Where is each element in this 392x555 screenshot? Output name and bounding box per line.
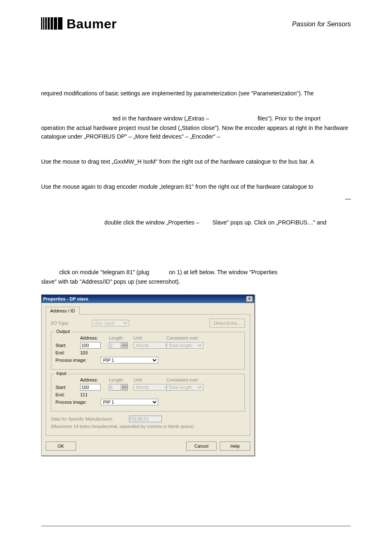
input-unit-select: Words bbox=[134, 384, 171, 391]
io-type-select: Out- input bbox=[92, 320, 129, 326]
input-group-title: Input bbox=[55, 371, 68, 376]
output-hdr-length: Length: bbox=[109, 335, 129, 340]
paragraph-5: Use the mouse again to drag encoder modu… bbox=[41, 183, 351, 191]
paragraph-2a: ted in the hardware window („Extras – bbox=[113, 115, 209, 122]
spinner-icon: ▲▼ bbox=[122, 384, 128, 391]
tab-address-id[interactable]: Address / ID bbox=[46, 307, 80, 314]
cancel-button[interactable]: Cancel bbox=[186, 442, 217, 451]
input-end-value: 111 bbox=[80, 392, 105, 397]
paragraph-6a: double click the window „Properties – bbox=[104, 219, 199, 226]
direct-entry-button: Direct Entry... bbox=[210, 319, 245, 328]
help-button[interactable]: Help bbox=[220, 442, 250, 451]
input-hdr-address: Address: bbox=[80, 377, 105, 382]
input-group: Input Address: Length: Unit: Consistent … bbox=[51, 374, 245, 412]
input-process-image-select[interactable]: PIP 1 bbox=[101, 399, 158, 405]
dialog-title: Properties - DP slave bbox=[43, 296, 88, 301]
output-hdr-address: Address: bbox=[80, 335, 105, 340]
dash-line: — bbox=[41, 195, 351, 202]
paragraph-1: required modifications of basic settings… bbox=[41, 89, 351, 98]
output-length-input bbox=[109, 342, 121, 349]
dialog-titlebar[interactable]: Properties - DP slave × bbox=[42, 295, 254, 303]
paragraph-7b: on 1) at left below. The window "Propert… bbox=[169, 269, 278, 275]
paragraph-6: double click the window „Properties – Sl… bbox=[41, 218, 351, 227]
svg-rect-7 bbox=[58, 17, 62, 30]
paragraph-6b: Slave" pops up. Click on „PROFIBUS…" and bbox=[212, 219, 327, 226]
brand-tagline: Passion for Sensors bbox=[292, 21, 351, 28]
svg-rect-4 bbox=[48, 17, 50, 30]
output-end-value: 103 bbox=[80, 350, 105, 355]
logo-text: Baumer bbox=[67, 16, 117, 32]
mfr-data-note: (Maximum 14 bytes hexadecimal, separated… bbox=[51, 424, 245, 429]
input-length-input bbox=[109, 384, 121, 391]
input-end-label: End: bbox=[55, 392, 76, 397]
output-consistent-select: Total length bbox=[166, 342, 203, 349]
brand-logo: Baumer bbox=[41, 16, 117, 32]
svg-rect-5 bbox=[51, 17, 53, 30]
input-consistent-select: Total length bbox=[166, 384, 203, 391]
svg-rect-1 bbox=[41, 17, 42, 30]
paragraph-4: Use the mouse to drag text „GxxMW_H IsoM… bbox=[41, 157, 351, 166]
svg-rect-6 bbox=[54, 17, 57, 30]
output-process-image-label: Process image: bbox=[55, 358, 97, 363]
input-start-input[interactable] bbox=[80, 384, 101, 391]
paragraph-8: slave" with tab "Address/ID" pops up (se… bbox=[41, 278, 351, 286]
mfr-data-input bbox=[129, 416, 162, 422]
output-hdr-unit: Unit: bbox=[134, 335, 162, 340]
paragraph-3: operation the actual hardware project mu… bbox=[41, 124, 351, 141]
output-start-input[interactable] bbox=[80, 342, 101, 349]
paragraph-2b: files"). Prior to the import bbox=[258, 115, 321, 122]
properties-dialog: Properties - DP slave × Address / ID I/O… bbox=[41, 294, 255, 456]
input-hdr-consistent: Consistent over: bbox=[166, 377, 212, 382]
output-end-label: End: bbox=[55, 350, 76, 355]
output-group-title: Output bbox=[55, 329, 71, 334]
ok-button[interactable]: OK bbox=[46, 442, 76, 451]
output-hdr-consistent: Consistent over: bbox=[166, 335, 212, 340]
output-unit-select: Words bbox=[134, 342, 171, 349]
spinner-icon: ▲▼ bbox=[122, 342, 128, 349]
output-group: Output Address: Length: Unit: Consistent… bbox=[51, 332, 245, 370]
svg-rect-2 bbox=[43, 17, 44, 30]
output-process-image-select[interactable]: PIP 1 bbox=[101, 357, 158, 363]
input-process-image-label: Process image: bbox=[55, 400, 97, 405]
close-icon[interactable]: × bbox=[246, 296, 253, 302]
logo-mark-icon bbox=[41, 17, 62, 31]
paragraph-7: click on module "telegram 81" (plug on 1… bbox=[41, 268, 351, 277]
input-start-label: Start: bbox=[55, 385, 76, 390]
mfr-data-label: Data for Specific Manufacturer: bbox=[51, 416, 125, 421]
io-type-label: I/O Type: bbox=[51, 321, 88, 326]
footer-divider bbox=[41, 526, 351, 526]
paragraph-2: ted in the hardware window („Extras – fi… bbox=[41, 114, 351, 123]
input-hdr-length: Length: bbox=[109, 377, 129, 382]
output-start-label: Start: bbox=[55, 343, 76, 348]
svg-rect-3 bbox=[45, 17, 47, 30]
paragraph-7a: click on module "telegram 81" (plug bbox=[59, 269, 149, 275]
input-hdr-unit: Unit: bbox=[134, 377, 162, 382]
